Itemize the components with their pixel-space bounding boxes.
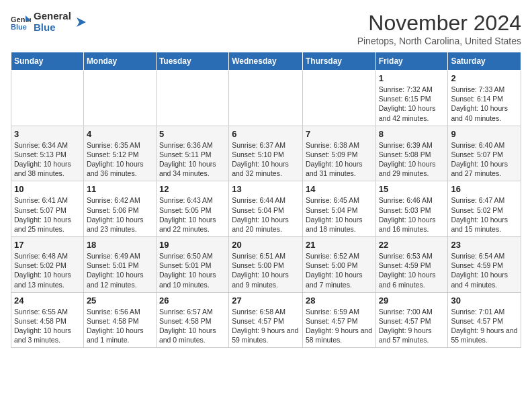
calendar-week-row: 10Sunrise: 6:41 AM Sunset: 5:07 PM Dayli… xyxy=(11,181,521,237)
calendar-cell: 9Sunrise: 6:40 AM Sunset: 5:07 PM Daylig… xyxy=(448,126,521,181)
day-header-monday: Monday xyxy=(83,52,156,71)
day-info: Sunrise: 6:51 AM Sunset: 5:00 PM Dayligh… xyxy=(232,251,300,289)
calendar-cell: 3Sunrise: 6:34 AM Sunset: 5:13 PM Daylig… xyxy=(11,126,84,181)
calendar-cell: 8Sunrise: 6:39 AM Sunset: 5:08 PM Daylig… xyxy=(375,126,448,181)
day-number: 11 xyxy=(87,184,153,194)
calendar-cell: 5Sunrise: 6:36 AM Sunset: 5:11 PM Daylig… xyxy=(156,126,228,181)
calendar-cell: 21Sunrise: 6:52 AM Sunset: 5:00 PM Dayli… xyxy=(302,237,375,293)
calendar-cell: 23Sunrise: 6:54 AM Sunset: 4:59 PM Dayli… xyxy=(448,237,521,293)
day-info: Sunrise: 6:37 AM Sunset: 5:10 PM Dayligh… xyxy=(232,140,300,179)
calendar-cell xyxy=(83,71,156,126)
calendar-cell: 20Sunrise: 6:51 AM Sunset: 5:00 PM Dayli… xyxy=(229,237,303,293)
day-info: Sunrise: 6:36 AM Sunset: 5:11 PM Dayligh… xyxy=(159,140,226,179)
day-number: 6 xyxy=(232,129,300,139)
day-info: Sunrise: 6:45 AM Sunset: 5:04 PM Dayligh… xyxy=(306,195,373,234)
calendar-cell: 14Sunrise: 6:45 AM Sunset: 5:04 PM Dayli… xyxy=(302,181,375,237)
month-title: November 2024 xyxy=(357,11,521,36)
day-info: Sunrise: 7:33 AM Sunset: 6:14 PM Dayligh… xyxy=(451,85,518,123)
day-header-wednesday: Wednesday xyxy=(229,52,303,71)
calendar-week-row: 24Sunrise: 6:55 AM Sunset: 4:58 PM Dayli… xyxy=(11,292,521,348)
calendar-cell: 10Sunrise: 6:41 AM Sunset: 5:07 PM Dayli… xyxy=(11,181,84,237)
day-info: Sunrise: 7:32 AM Sunset: 6:15 PM Dayligh… xyxy=(379,85,445,123)
day-number: 1 xyxy=(379,73,445,83)
calendar-week-row: 17Sunrise: 6:48 AM Sunset: 5:02 PM Dayli… xyxy=(11,237,521,293)
day-info: Sunrise: 7:01 AM Sunset: 4:57 PM Dayligh… xyxy=(451,307,518,345)
day-number: 19 xyxy=(159,240,226,250)
day-number: 12 xyxy=(159,184,226,194)
day-number: 27 xyxy=(232,295,300,306)
day-number: 18 xyxy=(87,240,153,250)
day-info: Sunrise: 7:00 AM Sunset: 4:57 PM Dayligh… xyxy=(379,307,445,345)
day-header-saturday: Saturday xyxy=(448,52,521,71)
day-info: Sunrise: 6:43 AM Sunset: 5:05 PM Dayligh… xyxy=(159,195,226,234)
day-number: 16 xyxy=(451,184,518,194)
subtitle: Pinetops, North Carolina, United States xyxy=(357,36,521,46)
day-header-friday: Friday xyxy=(375,52,448,71)
calendar-cell: 16Sunrise: 6:47 AM Sunset: 5:02 PM Dayli… xyxy=(448,181,521,237)
day-number: 17 xyxy=(14,240,81,250)
day-number: 13 xyxy=(232,184,300,194)
calendar-header-row: SundayMondayTuesdayWednesdayThursdayFrid… xyxy=(11,52,521,71)
day-info: Sunrise: 6:56 AM Sunset: 4:58 PM Dayligh… xyxy=(87,307,153,345)
day-number: 21 xyxy=(306,240,373,250)
logo-arrow-icon xyxy=(74,16,86,28)
calendar-cell: 25Sunrise: 6:56 AM Sunset: 4:58 PM Dayli… xyxy=(83,292,156,348)
day-info: Sunrise: 6:39 AM Sunset: 5:08 PM Dayligh… xyxy=(379,140,445,179)
calendar-cell: 28Sunrise: 6:59 AM Sunset: 4:57 PM Dayli… xyxy=(302,292,375,348)
calendar-cell xyxy=(11,71,84,126)
day-info: Sunrise: 6:52 AM Sunset: 5:00 PM Dayligh… xyxy=(306,251,373,289)
calendar-cell xyxy=(229,71,303,126)
svg-marker-3 xyxy=(77,17,86,27)
day-number: 15 xyxy=(379,184,445,194)
title-area: November 2024 Pinetops, North Carolina, … xyxy=(357,11,521,46)
day-number: 23 xyxy=(451,240,518,250)
day-info: Sunrise: 6:47 AM Sunset: 5:02 PM Dayligh… xyxy=(451,195,518,234)
day-info: Sunrise: 6:49 AM Sunset: 5:01 PM Dayligh… xyxy=(87,251,153,289)
calendar-cell: 24Sunrise: 6:55 AM Sunset: 4:58 PM Dayli… xyxy=(11,292,84,348)
calendar-cell: 11Sunrise: 6:42 AM Sunset: 5:06 PM Dayli… xyxy=(83,181,156,237)
day-number: 29 xyxy=(379,295,445,306)
calendar-table: SundayMondayTuesdayWednesdayThursdayFrid… xyxy=(11,52,521,348)
calendar-cell: 13Sunrise: 6:44 AM Sunset: 5:04 PM Dayli… xyxy=(229,181,303,237)
day-number: 7 xyxy=(306,129,373,139)
calendar-cell: 30Sunrise: 7:01 AM Sunset: 4:57 PM Dayli… xyxy=(448,292,521,348)
day-number: 10 xyxy=(14,184,81,194)
logo-blue: Blue xyxy=(34,22,71,34)
calendar-cell: 6Sunrise: 6:37 AM Sunset: 5:10 PM Daylig… xyxy=(229,126,303,181)
calendar-cell: 17Sunrise: 6:48 AM Sunset: 5:02 PM Dayli… xyxy=(11,237,84,293)
calendar-cell: 27Sunrise: 6:58 AM Sunset: 4:57 PM Dayli… xyxy=(229,292,303,348)
day-info: Sunrise: 6:41 AM Sunset: 5:07 PM Dayligh… xyxy=(14,195,81,234)
day-info: Sunrise: 6:44 AM Sunset: 5:04 PM Dayligh… xyxy=(232,195,300,234)
day-number: 30 xyxy=(451,295,518,306)
day-info: Sunrise: 6:38 AM Sunset: 5:09 PM Dayligh… xyxy=(306,140,373,179)
calendar-cell: 15Sunrise: 6:46 AM Sunset: 5:03 PM Dayli… xyxy=(375,181,448,237)
svg-text:Blue: Blue xyxy=(11,23,27,30)
calendar-body: 1Sunrise: 7:32 AM Sunset: 6:15 PM Daylig… xyxy=(11,71,521,348)
calendar-week-row: 1Sunrise: 7:32 AM Sunset: 6:15 PM Daylig… xyxy=(11,71,521,126)
logo-general: General xyxy=(34,11,71,22)
day-header-thursday: Thursday xyxy=(302,52,375,71)
calendar-cell: 4Sunrise: 6:35 AM Sunset: 5:12 PM Daylig… xyxy=(83,126,156,181)
calendar-cell: 1Sunrise: 7:32 AM Sunset: 6:15 PM Daylig… xyxy=(375,71,448,126)
day-info: Sunrise: 6:35 AM Sunset: 5:12 PM Dayligh… xyxy=(87,140,153,179)
calendar-cell xyxy=(302,71,375,126)
day-number: 20 xyxy=(232,240,300,250)
logo: General Blue General Blue xyxy=(11,11,86,33)
day-info: Sunrise: 6:58 AM Sunset: 4:57 PM Dayligh… xyxy=(232,307,300,345)
day-number: 14 xyxy=(306,184,373,194)
day-info: Sunrise: 6:48 AM Sunset: 5:02 PM Dayligh… xyxy=(14,251,81,289)
day-info: Sunrise: 6:54 AM Sunset: 4:59 PM Dayligh… xyxy=(451,251,518,289)
day-info: Sunrise: 6:34 AM Sunset: 5:13 PM Dayligh… xyxy=(14,140,81,179)
calendar-cell: 29Sunrise: 7:00 AM Sunset: 4:57 PM Dayli… xyxy=(375,292,448,348)
day-info: Sunrise: 6:46 AM Sunset: 5:03 PM Dayligh… xyxy=(379,195,445,234)
calendar-cell: 2Sunrise: 7:33 AM Sunset: 6:14 PM Daylig… xyxy=(448,71,521,126)
day-number: 24 xyxy=(14,295,81,306)
day-info: Sunrise: 6:42 AM Sunset: 5:06 PM Dayligh… xyxy=(87,195,153,234)
day-info: Sunrise: 6:55 AM Sunset: 4:58 PM Dayligh… xyxy=(14,307,81,345)
calendar-cell: 18Sunrise: 6:49 AM Sunset: 5:01 PM Dayli… xyxy=(83,237,156,293)
calendar-cell: 12Sunrise: 6:43 AM Sunset: 5:05 PM Dayli… xyxy=(156,181,228,237)
day-info: Sunrise: 6:57 AM Sunset: 4:58 PM Dayligh… xyxy=(159,307,226,345)
day-number: 26 xyxy=(159,295,226,306)
calendar-cell: 19Sunrise: 6:50 AM Sunset: 5:01 PM Dayli… xyxy=(156,237,228,293)
day-info: Sunrise: 6:59 AM Sunset: 4:57 PM Dayligh… xyxy=(306,307,373,345)
